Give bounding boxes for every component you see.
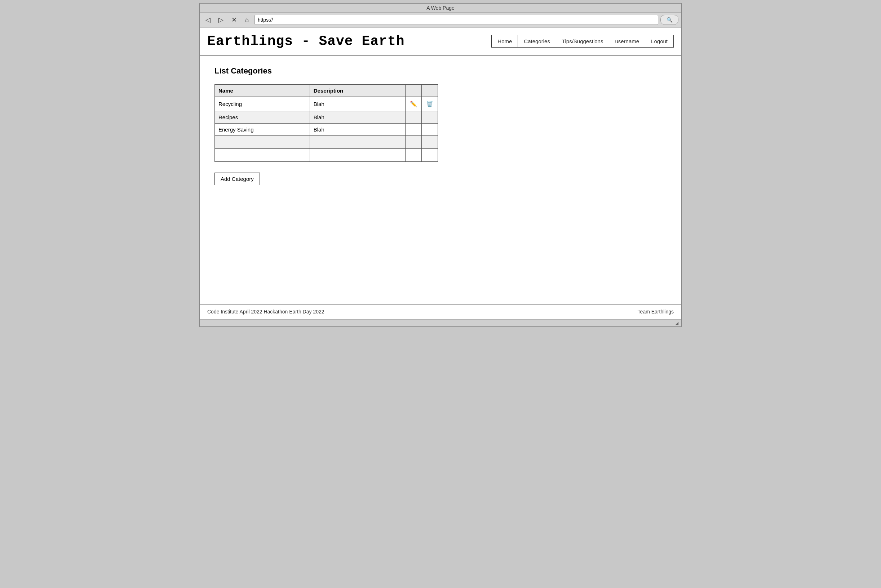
categories-table: Name Description RecyclingBlah✏️🗑️Recipe… [215, 84, 438, 162]
site-header: Earthlings - Save Earth Home Categories … [200, 28, 681, 56]
close-icon: ✕ [232, 16, 237, 24]
resize-icon: ◢ [675, 321, 678, 326]
forward-icon: ▷ [218, 16, 224, 24]
forward-button[interactable]: ▷ [216, 15, 226, 25]
address-bar[interactable] [254, 15, 658, 25]
cell-name: Energy Saving [215, 124, 310, 136]
browser-toolbar: ◁ ▷ ✕ ⌂ 🔍 [200, 13, 681, 27]
close-button[interactable]: ✕ [229, 15, 239, 25]
cell-delete [421, 136, 437, 149]
nav-tips[interactable]: Tips/Suggestions [556, 35, 610, 47]
cell-desc: Blah [310, 111, 405, 124]
page-heading: List Categories [215, 66, 666, 76]
back-button[interactable]: ◁ [203, 15, 213, 25]
cell-edit [405, 111, 421, 124]
cell-name: Recycling [215, 97, 310, 111]
edit-button[interactable]: ✏️ [409, 100, 418, 108]
col-header-delete [421, 85, 437, 97]
search-icon: 🔍 [666, 17, 673, 23]
col-header-desc: Description [310, 85, 405, 97]
cell-edit [405, 136, 421, 149]
nav-categories[interactable]: Categories [518, 35, 556, 47]
table-row: Energy SavingBlah [215, 124, 438, 136]
table-row: RecyclingBlah✏️🗑️ [215, 97, 438, 111]
cell-name [215, 136, 310, 149]
cell-desc: Blah [310, 97, 405, 111]
table-row [215, 136, 438, 149]
col-header-edit [405, 85, 421, 97]
footer-right: Team Earthlings [638, 309, 674, 315]
back-icon: ◁ [206, 16, 210, 24]
cell-edit [405, 124, 421, 136]
cell-edit: ✏️ [405, 97, 421, 111]
site-title: Earthlings - Save Earth [207, 33, 405, 49]
cell-desc [310, 149, 405, 162]
table-row: RecipesBlah [215, 111, 438, 124]
browser-title: A Web Page [427, 5, 454, 11]
home-button[interactable]: ⌂ [242, 15, 253, 25]
site-nav: Home Categories Tips/Suggestions usernam… [491, 35, 674, 48]
cell-delete [421, 124, 437, 136]
home-icon: ⌂ [245, 16, 249, 24]
page-body: List Categories Name Description Recycli… [200, 56, 681, 304]
add-category-label: Add Category [221, 176, 254, 182]
search-button[interactable]: 🔍 [660, 15, 678, 25]
page-content: Earthlings - Save Earth Home Categories … [200, 27, 681, 319]
cell-desc [310, 136, 405, 149]
nav-home[interactable]: Home [492, 35, 518, 47]
cell-name: Recipes [215, 111, 310, 124]
delete-button[interactable]: 🗑️ [425, 100, 434, 108]
col-header-name: Name [215, 85, 310, 97]
cell-desc: Blah [310, 124, 405, 136]
browser-titlebar: A Web Page [200, 4, 681, 13]
browser-bottom-bar: ◢ [200, 319, 681, 326]
page-footer: Code Institute April 2022 Hackathon Eart… [200, 304, 681, 319]
nav-username[interactable]: username [609, 35, 645, 47]
cell-edit [405, 149, 421, 162]
cell-delete: 🗑️ [421, 97, 437, 111]
cell-name [215, 149, 310, 162]
add-category-button[interactable]: Add Category [215, 172, 260, 185]
cell-delete [421, 111, 437, 124]
table-header-row: Name Description [215, 85, 438, 97]
browser-window: A Web Page ◁ ▷ ✕ ⌂ 🔍 Earthlings - Save E… [199, 3, 682, 327]
table-row [215, 149, 438, 162]
nav-logout[interactable]: Logout [645, 35, 674, 47]
footer-left: Code Institute April 2022 Hackathon Eart… [207, 309, 325, 315]
cell-delete [421, 149, 437, 162]
